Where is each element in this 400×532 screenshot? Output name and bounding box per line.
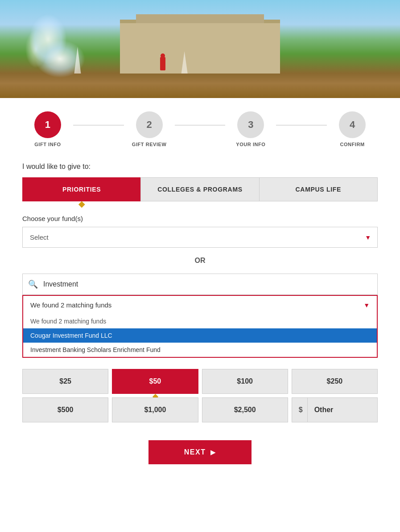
search-icon: 🔍 bbox=[23, 274, 43, 295]
step-4-label: CONFIRM bbox=[340, 142, 364, 147]
fund-select[interactable]: Select bbox=[22, 227, 378, 248]
step-2-label: GIFT REVIEW bbox=[132, 142, 167, 147]
amount-other-wrapper: $ Other bbox=[292, 397, 378, 422]
tab-priorities[interactable]: PRIORITIES bbox=[22, 177, 141, 201]
step-1-label: GIFT INFO bbox=[34, 142, 61, 147]
hero-image bbox=[0, 0, 400, 98]
step-connector-3-4 bbox=[276, 125, 327, 126]
step-2-number: 2 bbox=[147, 119, 152, 131]
step-3-number: 3 bbox=[248, 119, 253, 131]
step-4-circle: 4 bbox=[339, 111, 366, 138]
next-section: NEXT ▶ bbox=[22, 440, 378, 464]
other-label: Other bbox=[308, 398, 340, 422]
step-4-number: 4 bbox=[350, 119, 355, 131]
amount-100[interactable]: $100 bbox=[202, 369, 288, 394]
tab-campus-life[interactable]: CAMPUS LIFE bbox=[259, 177, 378, 201]
next-button-label: NEXT bbox=[184, 448, 206, 456]
step-3-circle: 3 bbox=[237, 111, 264, 138]
search-input[interactable] bbox=[43, 275, 377, 294]
step-1-circle: 1 bbox=[34, 111, 61, 138]
next-arrow-icon: ▶ bbox=[210, 449, 216, 456]
amount-row-1: $25 $50 $100 $250 bbox=[22, 369, 378, 394]
fund-select-wrapper: Select ▼ bbox=[22, 227, 378, 248]
amount-section: $25 $50 $100 $250 $500 $1,000 $2,500 $ O… bbox=[22, 369, 378, 422]
next-button[interactable]: NEXT ▶ bbox=[148, 440, 252, 464]
step-connector-2-3 bbox=[175, 125, 226, 126]
dropdown-header[interactable]: We found 2 matching funds ▼ bbox=[23, 296, 377, 314]
give-to-label: I would like to give to: bbox=[22, 163, 378, 171]
step-connector-1-2 bbox=[73, 125, 124, 126]
search-wrapper: 🔍 bbox=[22, 274, 378, 295]
step-1-number: 1 bbox=[45, 119, 50, 131]
step-2: 2 GIFT REVIEW bbox=[124, 111, 175, 147]
amount-row-2: $500 $1,000 $2,500 $ Other bbox=[22, 397, 378, 422]
amount-25[interactable]: $25 bbox=[22, 369, 108, 394]
dropdown-arrow-icon: ▼ bbox=[363, 302, 370, 309]
dollar-sign: $ bbox=[292, 398, 308, 422]
fund-label: Choose your fund(s) bbox=[22, 215, 378, 222]
amount-2500[interactable]: $2,500 bbox=[202, 397, 288, 422]
amount-50[interactable]: $50 bbox=[112, 369, 198, 394]
dropdown-item-header: We found 2 matching funds bbox=[23, 314, 377, 328]
hero-building bbox=[120, 20, 280, 74]
step-4: 4 CONFIRM bbox=[327, 111, 378, 147]
dropdown-results: We found 2 matching funds ▼ We found 2 m… bbox=[22, 295, 378, 358]
amount-250[interactable]: $250 bbox=[292, 369, 378, 394]
step-indicator: 1 GIFT INFO 2 GIFT REVIEW 3 YOUR INFO 4 … bbox=[22, 111, 378, 147]
step-3-label: YOUR INFO bbox=[236, 142, 265, 147]
category-tabs: PRIORITIES COLLEGES & PROGRAMS CAMPUS LI… bbox=[22, 177, 378, 201]
fund-section: Choose your fund(s) Select ▼ bbox=[22, 215, 378, 248]
step-3: 3 YOUR INFO bbox=[225, 111, 276, 147]
hero-person bbox=[160, 57, 165, 70]
step-2-circle: 2 bbox=[136, 111, 163, 138]
dropdown-header-text: We found 2 matching funds bbox=[30, 301, 111, 309]
amount-500[interactable]: $500 bbox=[22, 397, 108, 422]
tab-colleges-programs[interactable]: COLLEGES & PROGRAMS bbox=[140, 177, 259, 201]
amount-1000[interactable]: $1,000 bbox=[112, 397, 198, 422]
or-divider: OR bbox=[22, 257, 378, 265]
dropdown-item-investment-banking[interactable]: Investment Banking Scholars Enrichment F… bbox=[23, 343, 377, 357]
main-content: 1 GIFT INFO 2 GIFT REVIEW 3 YOUR INFO 4 … bbox=[0, 98, 400, 482]
dropdown-item-cougar[interactable]: Cougar Investment Fund LLC bbox=[23, 328, 377, 343]
step-1: 1 GIFT INFO bbox=[22, 111, 73, 147]
